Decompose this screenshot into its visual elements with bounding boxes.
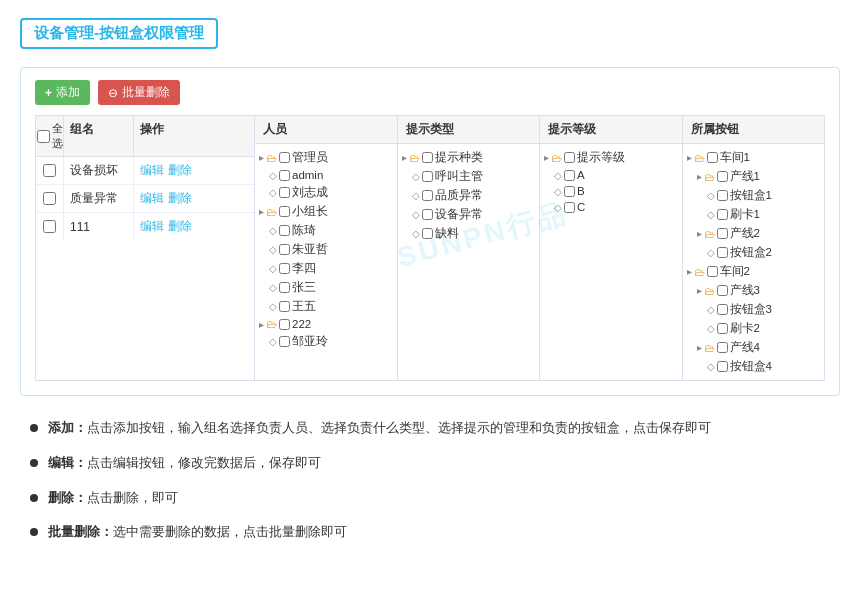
bullet-icon — [30, 424, 38, 432]
instruction-delete: 删除：点击删除，即可 — [30, 488, 840, 509]
delete-link-3[interactable]: 删除 — [168, 218, 192, 235]
tree-checkbox[interactable] — [717, 228, 728, 239]
select-all-checkbox[interactable]: 全选 — [36, 116, 64, 156]
leaf-icon: ◇ — [707, 190, 715, 201]
bullet-icon — [30, 459, 38, 467]
tree-item: ◇ 王五 — [259, 297, 393, 316]
delete-link-2[interactable]: 删除 — [168, 190, 192, 207]
tree-item: ◇ 张三 — [259, 278, 393, 297]
tree-checkbox[interactable] — [717, 323, 728, 334]
tree-label: 朱亚哲 — [292, 242, 328, 257]
row-checkbox-2[interactable] — [36, 185, 64, 212]
folder-icon: 🗁 — [704, 228, 715, 240]
tree-checkbox[interactable] — [717, 209, 728, 220]
row-checkbox-3[interactable] — [36, 213, 64, 240]
group-name-cell-2: 质量异常 — [64, 185, 134, 212]
tree-label: B — [577, 185, 585, 197]
tree-item: ▸ 🗁 产线1 — [687, 167, 821, 186]
tree-item: ▸ 🗁 产线3 — [687, 281, 821, 300]
instruction-edit-text: 编辑：点击编辑按钮，修改完数据后，保存即可 — [48, 453, 321, 474]
tree-item: ◇ 刷卡1 — [687, 205, 821, 224]
tree-checkbox[interactable] — [564, 186, 575, 197]
tree-checkbox[interactable] — [279, 282, 290, 293]
tree-item: ◇ 按钮盒1 — [687, 186, 821, 205]
group-name-cell-1: 设备损坏 — [64, 157, 134, 184]
bullet-icon — [30, 494, 38, 502]
tree-label: 按钮盒4 — [730, 359, 772, 374]
group-name-header: 组名 — [64, 116, 134, 156]
tree-checkbox[interactable] — [279, 319, 290, 330]
tree-checkbox[interactable] — [564, 170, 575, 181]
batch-delete-button[interactable]: 批量删除 — [98, 80, 180, 105]
tree-item: ◇ 刘志成 — [259, 183, 393, 202]
arrow-icon: ▸ — [697, 228, 702, 239]
instruction-edit: 编辑：点击编辑按钮，修改完数据后，保存即可 — [30, 453, 840, 474]
tree-label: 提示等级 — [577, 150, 625, 165]
tree-checkbox[interactable] — [717, 304, 728, 315]
tree-checkbox[interactable] — [279, 225, 290, 236]
tree-checkbox[interactable] — [279, 336, 290, 347]
tree-item: ◇ 陈琦 — [259, 221, 393, 240]
edit-link-2[interactable]: 编辑 — [140, 190, 164, 207]
tree-item: ▸ 🗁 产线2 — [687, 224, 821, 243]
tree-checkbox[interactable] — [717, 190, 728, 201]
tree-item: ◇ 刷卡2 — [687, 319, 821, 338]
tree-label: 管理员 — [292, 150, 328, 165]
tree-checkbox[interactable] — [279, 263, 290, 274]
tree-checkbox[interactable] — [717, 285, 728, 296]
content-area: 全选 组名 操作 设备损坏 编辑 删除 质量异常 编辑 删除 — [35, 115, 825, 381]
tree-checkbox[interactable] — [422, 171, 433, 182]
tree-checkbox[interactable] — [279, 206, 290, 217]
instruction-add: 添加：点击添加按钮，输入组名选择负责人员、选择负责什么类型、选择提示的管理和负责… — [30, 418, 840, 439]
tree-checkbox[interactable] — [422, 228, 433, 239]
tree-label: 呼叫主管 — [435, 169, 483, 184]
edit-link-3[interactable]: 编辑 — [140, 218, 164, 235]
owned-buttons-column: 所属按钮 ▸ 🗁 车间1 ▸ 🗁 产线1 ◇ — [683, 116, 825, 380]
tree-checkbox[interactable] — [707, 266, 718, 277]
prompt-level-column: 提示等级 ▸ 🗁 提示等级 ◇ A ◇ — [540, 116, 683, 380]
leaf-icon: ◇ — [412, 171, 420, 182]
actions-cell-3: 编辑 删除 — [134, 213, 204, 240]
arrow-icon: ▸ — [697, 285, 702, 296]
tree-checkbox[interactable] — [279, 187, 290, 198]
tree-checkbox[interactable] — [279, 244, 290, 255]
tree-checkbox[interactable] — [422, 190, 433, 201]
tree-checkbox[interactable] — [564, 152, 575, 163]
leaf-icon: ◇ — [269, 170, 277, 181]
leaf-icon: ◇ — [707, 304, 715, 315]
tree-checkbox[interactable] — [717, 342, 728, 353]
prompt-type-column: 提示类型 ▸ 🗁 提示种类 ◇ 呼叫主管 ◇ — [398, 116, 541, 380]
tree-checkbox[interactable] — [279, 152, 290, 163]
tree-label: 设备异常 — [435, 207, 483, 222]
tree-checkbox[interactable] — [279, 301, 290, 312]
add-button[interactable]: 添加 — [35, 80, 90, 105]
delete-link-1[interactable]: 删除 — [168, 162, 192, 179]
prompt-level-header: 提示等级 — [540, 116, 682, 144]
action-header: 操作 — [134, 116, 204, 156]
tree-checkbox[interactable] — [707, 152, 718, 163]
tree-checkbox[interactable] — [717, 171, 728, 182]
tree-item: ◇ 设备异常 — [402, 205, 536, 224]
row-checkbox-1[interactable] — [36, 157, 64, 184]
edit-link-1[interactable]: 编辑 — [140, 162, 164, 179]
arrow-icon: ▸ — [697, 171, 702, 182]
personnel-tree: ▸ 🗁 管理员 ◇ admin ◇ 刘志成 — [255, 144, 397, 355]
tree-label: 品质异常 — [435, 188, 483, 203]
tree-checkbox[interactable] — [279, 170, 290, 181]
owned-buttons-header: 所属按钮 — [683, 116, 825, 144]
select-all-input[interactable] — [37, 130, 50, 143]
tree-item: ◇ 朱亚哲 — [259, 240, 393, 259]
tree-checkbox[interactable] — [422, 152, 433, 163]
tree-label: 产线3 — [730, 283, 760, 298]
tree-checkbox[interactable] — [564, 202, 575, 213]
select-all-label: 全选 — [52, 121, 63, 151]
instruction-batch-delete-text: 批量删除：选中需要删除的数据，点击批量删除即可 — [48, 522, 347, 543]
tree-checkbox[interactable] — [422, 209, 433, 220]
arrow-icon: ▸ — [687, 152, 692, 163]
tree-checkbox[interactable] — [717, 247, 728, 258]
personnel-column: 人员 ▸ 🗁 管理员 ◇ admin ◇ — [255, 116, 398, 380]
tree-checkbox[interactable] — [717, 361, 728, 372]
actions-cell-2: 编辑 删除 — [134, 185, 204, 212]
tree-label: 车间1 — [720, 150, 750, 165]
tree-item: ◇ 品质异常 — [402, 186, 536, 205]
